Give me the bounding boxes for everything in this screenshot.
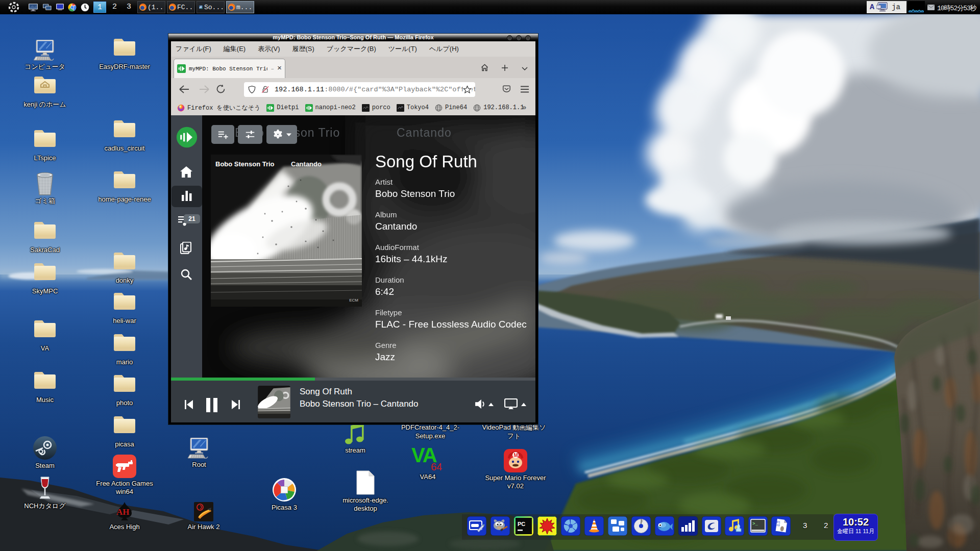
svg-text:>_: >_ [752,521,758,527]
svg-text:AH: AH [116,507,130,517]
svg-text:PC: PC [518,521,525,527]
svg-text:64: 64 [431,461,442,471]
svg-text:M: M [514,453,518,458]
